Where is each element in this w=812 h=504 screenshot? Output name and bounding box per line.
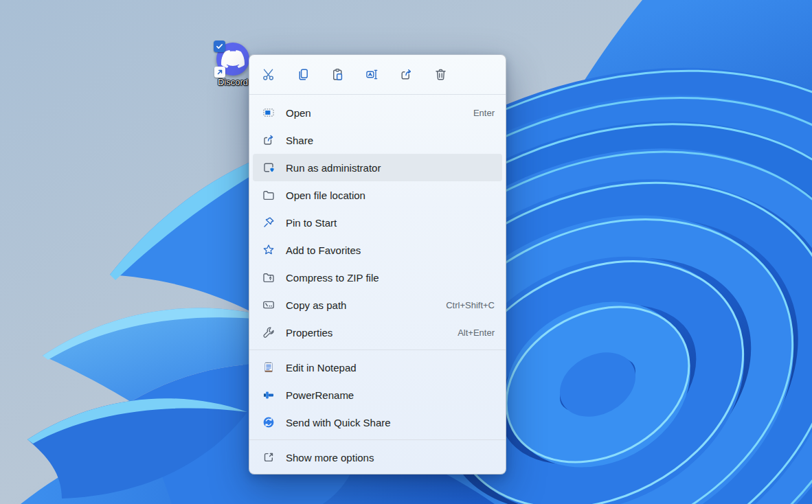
- share-icon: [399, 67, 414, 82]
- paste-icon: [330, 67, 345, 82]
- menu-separator: [249, 439, 506, 440]
- menu-item-label: Copy as path: [286, 299, 346, 311]
- delete-icon: [433, 67, 448, 82]
- open-icon: [262, 106, 275, 119]
- menu-item-properties[interactable]: Properties Alt+Enter: [253, 319, 502, 346]
- menu-item-copy-as-path[interactable]: Copy as path Ctrl+Shift+C: [253, 291, 502, 319]
- menu-item-add-to-favorites[interactable]: Add to Favorites: [253, 236, 502, 264]
- cut-icon: [262, 67, 276, 82]
- menu-item-shortcut: Enter: [473, 108, 495, 118]
- paste-button[interactable]: [324, 61, 351, 89]
- menu-item-send-with-quick-share[interactable]: Send with Quick Share: [253, 409, 502, 436]
- menu-item-pin-to-start[interactable]: Pin to Start: [253, 209, 502, 236]
- show-more-icon: [262, 450, 275, 464]
- pin-icon: [262, 216, 275, 229]
- menu-item-label: Send with Quick Share: [286, 417, 391, 428]
- menu-item-label: Pin to Start: [286, 217, 337, 229]
- menu-item-show-more-options[interactable]: Show more options: [253, 444, 502, 471]
- menu-item-label: Properties: [286, 327, 332, 339]
- context-menu-items: Open Enter Share Run as administrator: [249, 95, 506, 474]
- menu-item-label: Open: [286, 107, 311, 119]
- delete-button[interactable]: [427, 61, 454, 89]
- share-button[interactable]: [392, 61, 420, 89]
- menu-item-run-as-administrator[interactable]: Run as administrator: [253, 154, 502, 181]
- folder-icon: [262, 188, 275, 202]
- menu-separator: [249, 350, 506, 350]
- menu-item-label: Share: [286, 135, 313, 146]
- shortcut-arrow-icon: [214, 67, 225, 78]
- quick-share-icon: [262, 415, 275, 429]
- menu-item-shortcut: Ctrl+Shift+C: [446, 300, 495, 310]
- powerrename-icon: [262, 388, 275, 402]
- copy-button[interactable]: [289, 61, 317, 89]
- rename-button[interactable]: [358, 61, 385, 89]
- star-icon: [262, 243, 275, 257]
- copy-path-icon: [262, 298, 275, 312]
- notepad-icon: [262, 360, 275, 374]
- menu-item-label: Edit in Notepad: [286, 362, 357, 374]
- menu-item-shortcut: Alt+Enter: [458, 328, 495, 338]
- run-as-admin-icon: [262, 161, 275, 174]
- menu-item-compress-to-zip[interactable]: Compress to ZIP file: [253, 264, 502, 291]
- copy-icon: [296, 67, 311, 82]
- menu-item-label: Open file location: [286, 190, 365, 201]
- menu-item-label: Add to Favorites: [286, 244, 361, 256]
- menu-item-label: Compress to ZIP file: [286, 272, 379, 284]
- wrench-icon: [262, 325, 275, 339]
- menu-item-open-file-location[interactable]: Open file location: [253, 181, 502, 209]
- rename-icon: [365, 67, 379, 82]
- menu-item-open[interactable]: Open Enter: [253, 99, 502, 126]
- context-menu-toolbar: [249, 55, 506, 95]
- menu-item-share[interactable]: Share: [253, 126, 502, 154]
- menu-item-edit-in-notepad[interactable]: Edit in Notepad: [253, 354, 502, 381]
- menu-item-label: Run as administrator: [286, 162, 381, 174]
- cut-button[interactable]: [255, 61, 282, 89]
- menu-item-label: Show more options: [286, 452, 374, 463]
- desktop[interactable]: Discord: [0, 0, 812, 504]
- menu-item-label: PowerRename: [286, 389, 354, 401]
- context-menu: Open Enter Share Run as administrator: [249, 54, 506, 474]
- share-icon: [262, 133, 275, 147]
- menu-item-powerrename[interactable]: PowerRename: [253, 381, 502, 409]
- selected-checkbox-icon[interactable]: [214, 41, 225, 52]
- zip-folder-icon: [262, 271, 275, 284]
